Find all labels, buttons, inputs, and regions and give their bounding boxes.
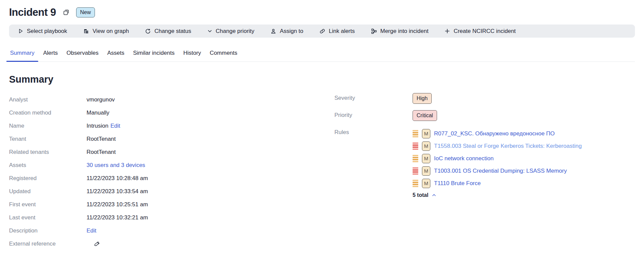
button-label: Assign to [280,28,303,35]
tab-comments[interactable]: Comments [205,46,241,61]
play-icon [18,28,23,34]
field-label: Last event [9,214,87,221]
rule-link[interactable]: IoC network connection [434,155,494,162]
severity-bars-icon [413,130,418,137]
create-ncircc-incident-button[interactable]: Create NCIRCC incident [442,28,518,35]
tab-assets[interactable]: Assets [103,46,129,61]
edit-name-link[interactable]: Edit [110,123,120,129]
field-value: Manually [87,110,109,116]
rule-row: M IoC network connection [413,152,582,165]
summary-left-column: Analyst vmorgunov Creation method Manual… [9,93,334,250]
link-icon [319,28,325,34]
field-rules: Rules M R077_02_KSC. Обнаружено вредонос… [334,127,635,198]
field-updated: Updated 11/22/2023 10:33:54 am [9,185,334,198]
field-label: Registered [9,175,87,182]
merge-into-incident-button[interactable]: Merge into incident [369,28,431,35]
field-label: External reference [9,241,87,247]
field-label: Priority [334,110,413,119]
field-label: Related tenants [9,149,87,156]
priority-badge: Critical [413,110,437,121]
rules-total-row: 5 total [413,192,582,198]
status-badge: New [76,7,95,17]
field-value: RootTenant [87,136,116,142]
field-creation-method: Creation method Manually [9,106,334,119]
field-value: vmorgunov [87,96,115,103]
field-label: Analyst [9,96,87,103]
field-first-event: First event 11/22/2023 10:25:51 am [9,198,334,211]
field-tenant: Tenant RootTenant [9,132,334,145]
field-description: Description Edit [9,224,334,237]
copy-icon [63,9,69,16]
field-name: Name Intrusion Edit [9,119,334,132]
incident-toolbar: Select playbook View on graph Change sta… [9,25,635,38]
section-title: Summary [9,74,635,85]
button-label: Change priority [216,28,254,35]
monitoring-badge: M [422,154,430,163]
field-label: Assets [9,162,87,169]
tab-summary[interactable]: Summary [6,46,39,61]
severity-bars-icon [413,167,418,175]
select-playbook-button[interactable]: Select playbook [16,28,69,35]
button-label: Change status [154,28,191,35]
field-label: Rules [334,127,413,136]
chevron-up-icon[interactable] [432,193,436,198]
tab-similar-incidents[interactable]: Similar incidents [129,46,179,61]
summary-right-column: Severity High Priority Critical Rules M … [334,93,635,198]
link-alerts-button[interactable]: Link alerts [317,28,357,35]
rules-list: M R077_02_KSC. Обнаружено вредоносное ПО… [413,127,582,198]
field-value: Intrusion [87,123,108,129]
field-label: Tenant [9,136,87,142]
monitoring-badge: M [422,141,430,151]
button-label: Select playbook [27,28,67,35]
tab-bar: Summary Alerts Observables Assets Simila… [9,46,635,62]
plus-icon [444,28,450,34]
button-label: Merge into incident [380,28,429,35]
severity-bars-icon [413,142,418,150]
header: Incident 9 New [9,5,635,20]
button-label: Create NCIRCC incident [453,28,516,35]
change-status-button[interactable]: Change status [143,28,193,35]
assets-link[interactable]: 30 users and 3 devices [87,162,145,169]
rules-total: 5 total [413,192,428,198]
monitoring-badge: M [422,179,430,188]
field-label: First event [9,201,87,208]
severity-bars-icon [413,155,418,162]
edit-external-reference-button[interactable] [94,241,100,247]
change-priority-button[interactable]: Change priority [205,28,256,35]
rule-link[interactable]: T1110 Brute Force [434,180,481,187]
rule-row: M R077_02_KSC. Обнаружено вредоносное ПО [413,127,582,140]
merge-icon [371,28,377,34]
incident-page: Incident 9 New Select playbook View on g… [0,0,644,250]
field-severity: Severity High [334,93,635,106]
field-label: Updated [9,188,87,195]
field-registered: Registered 11/22/2023 10:28:48 am [9,172,334,185]
field-label: Creation method [9,110,87,116]
rule-link[interactable]: T1558.003 Steal or Forge Kerberos Ticket… [434,143,582,149]
field-last-event: Last event 11/22/2023 10:32:21 am [9,211,334,224]
severity-bars-icon [413,180,418,187]
rule-link[interactable]: R077_02_KSC. Обнаружено вредоносное ПО [434,130,555,137]
graph-icon [83,28,89,34]
field-label: Description [9,227,87,234]
field-related-tenants: Related tenants RootTenant [9,145,334,159]
view-on-graph-button[interactable]: View on graph [81,28,131,35]
severity-badge: High [413,93,432,104]
edit-description-link[interactable]: Edit [87,227,96,234]
field-value: 11/22/2023 10:25:51 am [87,201,148,208]
field-label: Severity [334,93,413,101]
monitoring-badge: M [422,129,430,138]
rule-row: M T1110 Brute Force [413,177,582,189]
monitoring-badge: M [422,166,430,176]
rule-row: M T1558.003 Steal or Forge Kerberos Tick… [413,140,582,152]
field-label: Name [9,123,87,129]
rule-link[interactable]: T1003.001 OS Credential Dumping: LSASS M… [434,168,567,174]
copy-button[interactable] [63,9,69,16]
tab-alerts[interactable]: Alerts [39,46,62,61]
tab-history[interactable]: History [179,46,205,61]
field-priority: Priority Critical [334,110,635,123]
assign-to-button[interactable]: Assign to [268,28,305,35]
user-icon [270,28,276,34]
page-title: Incident 9 [9,6,56,18]
field-value: 11/22/2023 10:33:54 am [87,188,148,195]
tab-observables[interactable]: Observables [62,46,103,61]
